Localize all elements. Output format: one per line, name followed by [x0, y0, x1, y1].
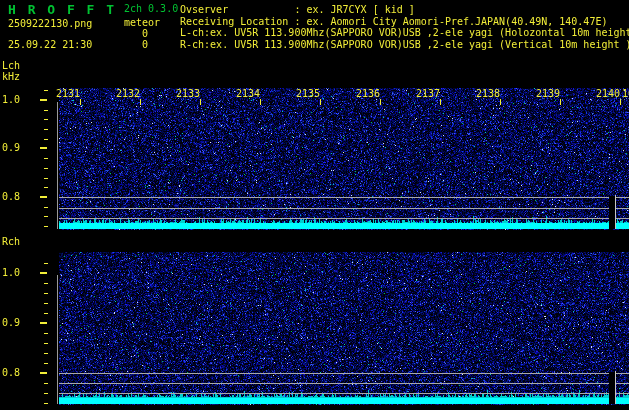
lch-freq-tick-label-1_0: 1.0 — [2, 95, 20, 105]
rch-freq-tick-label-0_9: 0.9 — [2, 318, 20, 328]
time-tick-label-2136: 2136 — [356, 89, 380, 99]
lch-channel-label: Lch — [2, 61, 20, 71]
lch-freq-tick-label-0_8: 0.8 — [2, 192, 20, 202]
rch-freq-tick-label-1_0: 1.0 — [2, 268, 20, 278]
time-tick-label-clipped: 10 — [622, 89, 629, 99]
time-tick-label-2137: 2137 — [416, 89, 440, 99]
rch-receiver-line: R-ch:ex. UV5R 113.900Mhz(SAPPORO VOR)USB… — [180, 40, 629, 50]
spectrogram-canvas — [0, 0, 629, 410]
output-filename: 2509222130.png — [8, 19, 92, 29]
receiving-location-line: Receiving Location : ex. Aomori City Aom… — [180, 17, 607, 27]
time-tick-label-2139: 2139 — [536, 89, 560, 99]
version-label: 2ch 0.3.0 — [124, 4, 178, 14]
time-tick-label-2135: 2135 — [296, 89, 320, 99]
time-tick-label-2131: 2131 — [56, 89, 80, 99]
meteor-count-upper: 0 — [142, 29, 148, 39]
lch-receiver-line: L-ch:ex. UV5R 113.900Mhz(SAPPORO VOR)USB… — [180, 28, 629, 38]
time-tick-label-2138: 2138 — [476, 89, 500, 99]
rch-channel-label: Rch — [2, 237, 20, 247]
observation-datetime: 25.09.22 21:30 — [8, 40, 92, 50]
meteor-count-lower: 0 — [142, 40, 148, 50]
observer-info-line: Ovserver : ex. JR7CYX [ kid ] — [180, 5, 415, 15]
hrofft-output-image: H R O F F T 2ch 0.3.0 2509222130.png met… — [0, 0, 629, 410]
time-tick-label-2140: 2140 — [596, 89, 620, 99]
app-title: H R O F F T — [8, 3, 116, 16]
time-tick-label-2133: 2133 — [176, 89, 200, 99]
time-tick-label-2132: 2132 — [116, 89, 140, 99]
lch-unit-label: kHz — [2, 72, 20, 82]
meteor-counter-label: meteor — [124, 18, 160, 28]
lch-freq-tick-label-0_9: 0.9 — [2, 143, 20, 153]
rch-freq-tick-label-0_8: 0.8 — [2, 368, 20, 378]
time-tick-label-2134: 2134 — [236, 89, 260, 99]
